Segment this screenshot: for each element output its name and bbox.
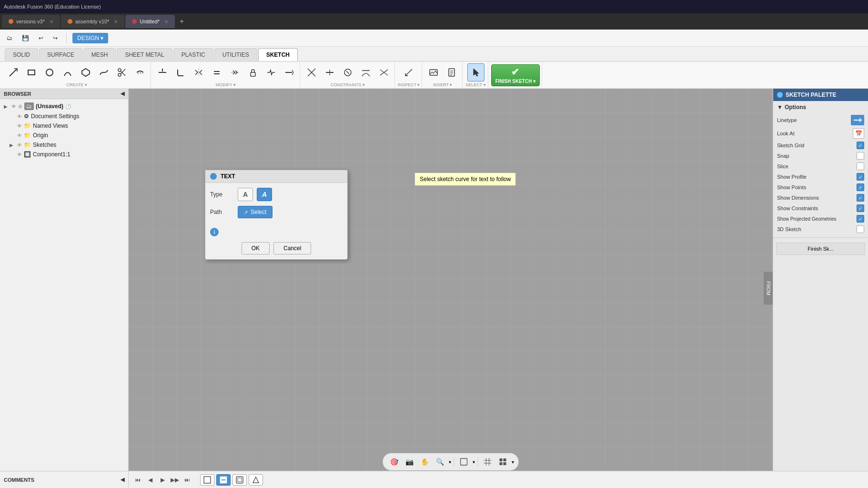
type-path-button[interactable]: A xyxy=(257,188,272,201)
break-button[interactable] xyxy=(262,63,280,81)
nav-tab-surface[interactable]: SURFACE xyxy=(39,48,82,61)
tab-versions[interactable]: versions v3* ✕ xyxy=(2,15,60,28)
eye-icon[interactable]: 👁 xyxy=(17,133,22,138)
finish-sketch-button[interactable]: ✔ FINISH SKETCH ▾ xyxy=(491,64,540,86)
new-file-button[interactable]: 🗂 xyxy=(4,34,15,42)
show-profile-checkbox[interactable]: ✓ xyxy=(857,173,864,181)
play-button[interactable]: ▶ xyxy=(157,475,168,485)
eye-icon[interactable]: 👁 xyxy=(17,142,22,148)
polygon-tool-button[interactable] xyxy=(77,63,94,81)
cancel-button[interactable]: Cancel xyxy=(273,242,311,254)
linetype-control[interactable] xyxy=(851,115,864,125)
snap-checkbox[interactable] xyxy=(857,152,864,160)
eye-icon[interactable]: 👁 xyxy=(17,123,22,129)
from-badge[interactable]: FROM xyxy=(764,272,773,305)
finish-sk-button[interactable]: Finish Sk... xyxy=(776,243,865,255)
sidebar-item-doc-settings[interactable]: 👁 ⚙ Document Settings xyxy=(0,112,128,121)
sidebar-item-origin[interactable]: 👁 📁 Origin xyxy=(0,131,128,140)
sketch-3d-checkbox[interactable] xyxy=(857,225,864,233)
perpendicular-button[interactable] xyxy=(375,63,393,81)
spline-tool-button[interactable] xyxy=(95,63,112,81)
sketchgrid-checkbox[interactable]: ✓ xyxy=(857,142,864,149)
nav-tab-mesh[interactable]: MESH xyxy=(83,48,116,61)
settings-icon[interactable]: ⚙ xyxy=(18,104,22,109)
zoom-button[interactable]: 🔍 xyxy=(434,455,447,468)
zoom-dropdown-icon[interactable]: ▾ xyxy=(449,459,451,465)
next-button[interactable]: ▶▶ xyxy=(170,475,180,485)
display-dropdown-icon[interactable]: ▾ xyxy=(473,459,475,465)
camera-button[interactable]: 📷 xyxy=(403,455,416,468)
comments-collapse-icon[interactable]: ◀ xyxy=(121,477,124,483)
timeline-icon-3[interactable] xyxy=(232,474,247,486)
rewind-button[interactable]: ⏮ xyxy=(132,475,143,485)
forward-button[interactable]: ⏭ xyxy=(182,475,192,485)
circle-tool-button[interactable] xyxy=(41,63,58,81)
tab-assembly[interactable]: assembly v10* ✕ xyxy=(61,15,125,28)
nav-tab-solid[interactable]: SOLID xyxy=(5,48,38,61)
tab-untitled-close[interactable]: ✕ xyxy=(164,19,168,24)
trim-button[interactable] xyxy=(154,63,171,81)
tab-versions-close[interactable]: ✕ xyxy=(50,19,53,24)
tangent-button[interactable] xyxy=(357,63,374,81)
show-points-checkbox[interactable]: ✓ xyxy=(857,183,864,191)
save-button[interactable]: 💾 xyxy=(19,34,32,42)
select-button[interactable] xyxy=(467,63,484,81)
history-icon[interactable]: 🕐 xyxy=(65,104,71,109)
nav-tab-sheet-metal[interactable]: SHEET METAL xyxy=(117,48,172,61)
path-select-button[interactable]: ↗ Select xyxy=(238,206,273,218)
nav-tab-utilities[interactable]: UTILITIES xyxy=(214,48,257,61)
orbit-button[interactable]: 🎯 xyxy=(388,455,401,468)
browser-collapse-icon[interactable]: ◀ xyxy=(121,91,124,97)
new-tab-button[interactable]: + xyxy=(176,17,188,26)
slice-checkbox[interactable] xyxy=(857,163,864,170)
ok-button[interactable]: OK xyxy=(242,242,270,254)
extend-button[interactable] xyxy=(281,63,298,81)
coincident-button[interactable] xyxy=(303,63,320,81)
sidebar-item-sketches[interactable]: ▶ 👁 📁 Sketches xyxy=(0,140,128,150)
offset-tool-button[interactable] xyxy=(131,63,149,81)
measure-button[interactable] xyxy=(400,63,417,81)
parallel-button[interactable] xyxy=(339,63,356,81)
eye-icon[interactable]: 👁 xyxy=(11,104,16,109)
timeline-icon-1[interactable] xyxy=(200,474,214,486)
sidebar-item-unsaved[interactable]: ▶ 👁 ⚙ 🗂 (Unsaved) 🕐 xyxy=(0,101,128,112)
arc-tool-button[interactable] xyxy=(59,63,76,81)
eye-icon[interactable]: 👁 xyxy=(17,114,22,119)
timeline-icon-4[interactable] xyxy=(249,474,263,486)
canvas-area[interactable]: -250 -200 -150 -100 -50 100 -50 R75.00 S… xyxy=(129,89,773,488)
tab-untitled[interactable]: Untitled* ✕ xyxy=(125,15,175,28)
insert-image-button[interactable] xyxy=(425,63,442,81)
sidebar-item-named-views[interactable]: 👁 📁 Named Views xyxy=(0,121,128,131)
eye-icon[interactable]: 👁 xyxy=(17,152,22,157)
line-tool-button[interactable] xyxy=(5,63,22,81)
sidebar-item-component[interactable]: 👁 🔲 Component1:1 xyxy=(0,150,128,159)
pan-button[interactable]: ✋ xyxy=(418,455,432,468)
show-projected-checkbox[interactable]: ✓ xyxy=(857,215,864,223)
nav-tab-sketch[interactable]: SKETCH xyxy=(258,48,298,61)
display-mode-button[interactable] xyxy=(457,455,471,468)
collinear-button[interactable] xyxy=(321,63,338,81)
tab-assembly-close[interactable]: ✕ xyxy=(114,19,118,24)
rectangle-tool-button[interactable] xyxy=(23,63,40,81)
show-dimensions-checkbox[interactable]: ✓ xyxy=(857,194,864,202)
lookat-control[interactable]: 📅 xyxy=(853,128,864,139)
grid-dropdown-icon[interactable]: ▾ xyxy=(512,459,514,465)
lock-button[interactable] xyxy=(244,63,262,81)
options-arrow-icon[interactable]: ▼ xyxy=(777,104,783,111)
insert-dxf-button[interactable] xyxy=(443,63,460,81)
design-button[interactable]: DESIGN ▾ xyxy=(72,33,108,43)
show-constraints-checkbox[interactable]: ✓ xyxy=(857,204,864,212)
grid2-button[interactable] xyxy=(496,455,510,468)
timeline-icon-2[interactable] xyxy=(216,474,231,486)
prev-button[interactable]: ◀ xyxy=(145,475,155,485)
nav-tab-plastic[interactable]: PLASTIC xyxy=(173,48,213,61)
equal-constraint-button[interactable] xyxy=(208,63,225,81)
type-a-button[interactable]: A xyxy=(238,188,253,201)
fillet-button[interactable] xyxy=(172,63,189,81)
cut-tool-button[interactable] xyxy=(113,63,131,81)
pattern-button[interactable] xyxy=(226,63,243,81)
undo-button[interactable]: ↩ xyxy=(36,34,46,42)
redo-button[interactable]: ↪ xyxy=(50,34,61,42)
mirror-button[interactable] xyxy=(190,63,207,81)
grid-button[interactable] xyxy=(481,455,495,468)
